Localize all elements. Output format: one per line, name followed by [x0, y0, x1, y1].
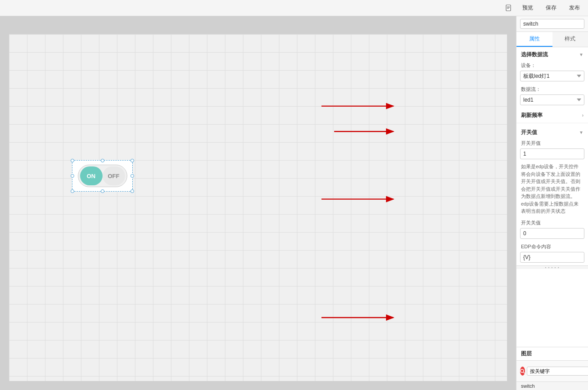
- section-datastream[interactable]: 选择数据流 ▼: [516, 47, 588, 60]
- arrows-overlay: [9, 34, 507, 381]
- bottom-label: switch: [516, 381, 588, 390]
- handle-mr[interactable]: [130, 174, 134, 178]
- section-refresh-arrow: ›: [582, 113, 584, 118]
- section-switch-value[interactable]: 开关值 ▼: [516, 125, 588, 138]
- save-button[interactable]: 保存: [542, 3, 560, 13]
- handle-bl[interactable]: [71, 189, 74, 193]
- panel-search: [516, 16, 588, 32]
- handle-tm[interactable]: [101, 159, 104, 162]
- bottom-search-input[interactable]: [527, 367, 588, 376]
- right-panel: 属性 样式 选择数据流 ▼ 设备： 板载led灯1 数据流： led1 刷新频率: [516, 16, 588, 390]
- field-switch-on-input[interactable]: [520, 148, 584, 159]
- document-icon: [504, 4, 513, 13]
- search-icon: [520, 367, 525, 376]
- main-layout: ON OFF: [0, 16, 588, 390]
- field-datastream-select[interactable]: led1: [520, 94, 584, 105]
- layer-section-label: 图层: [521, 350, 532, 357]
- handle-tl[interactable]: [71, 159, 74, 162]
- field-device-select[interactable]: 板载led灯1: [520, 71, 584, 81]
- section-switch-value-label: 开关值: [521, 129, 537, 136]
- svg-point-5: [521, 369, 524, 372]
- switch-toggle[interactable]: ON OFF: [78, 165, 127, 187]
- field-switch-off-label: 开关关值: [516, 218, 588, 227]
- toolbar: 预览 保存 发布: [0, 0, 588, 16]
- field-switch-on-label: 开关开值: [516, 138, 588, 148]
- handle-tr[interactable]: [130, 159, 134, 162]
- canvas-grid: ON OFF: [9, 34, 507, 381]
- section-switch-value-arrow: ▼: [579, 130, 584, 135]
- panel-search-input[interactable]: [520, 19, 584, 29]
- panel-resize-handle[interactable]: • • • • •: [516, 265, 588, 269]
- panel-content: 选择数据流 ▼ 设备： 板载led灯1 数据流： led1 刷新频率 › 开关值: [516, 47, 588, 347]
- layer-section: 图层: [516, 347, 588, 360]
- section-refresh-label: 刷新频率: [521, 112, 543, 119]
- handle-bm[interactable]: [101, 189, 104, 193]
- hint-text: 如果是edp设备，开关控件将会向设备下发上面设置的开关开值或开关关值。否则会把开…: [516, 162, 588, 218]
- bottom-search: 查找: [516, 360, 588, 381]
- tab-properties[interactable]: 属性: [516, 32, 552, 47]
- field-edp-label: EDP命令内容: [516, 242, 588, 251]
- field-edp-input[interactable]: [520, 252, 584, 263]
- switch-on-label: ON: [80, 166, 103, 185]
- panel-tabs: 属性 样式: [516, 32, 588, 47]
- canvas-inner: ON OFF: [9, 34, 507, 381]
- divider-1: [516, 123, 588, 123]
- handle-br[interactable]: [130, 189, 134, 193]
- field-device-label: 设备：: [516, 60, 588, 70]
- field-datastream-label: 数据流：: [516, 84, 588, 94]
- bottom-switch-label: switch: [521, 383, 535, 389]
- svg-line-6: [524, 372, 525, 373]
- tab-styles[interactable]: 样式: [552, 32, 588, 47]
- switch-widget[interactable]: ON OFF: [72, 160, 133, 192]
- section-datastream-arrow: ▼: [579, 52, 584, 57]
- section-datastream-label: 选择数据流: [521, 51, 548, 58]
- publish-button[interactable]: 发布: [566, 3, 584, 13]
- field-switch-off-input[interactable]: [520, 228, 584, 239]
- handle-ml[interactable]: [71, 174, 74, 178]
- switch-off-label: OFF: [103, 166, 125, 185]
- canvas-area[interactable]: ON OFF: [0, 16, 516, 390]
- resize-dots: • • • • •: [545, 265, 560, 269]
- section-refresh[interactable]: 刷新频率 ›: [516, 108, 588, 121]
- preview-button[interactable]: 预览: [519, 3, 537, 13]
